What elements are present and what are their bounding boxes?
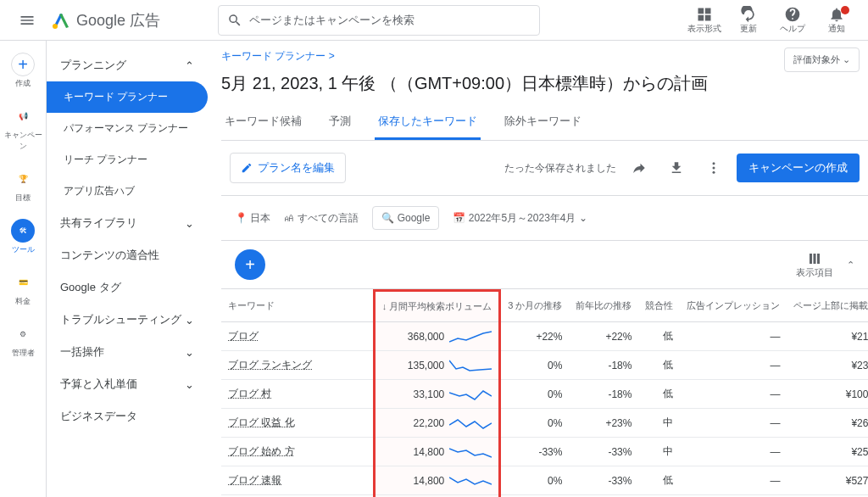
impressions-value: — bbox=[680, 438, 787, 466]
table-row[interactable]: ブログ 368,000 +22% +22% 低 — ¥21 ¥585 bbox=[221, 322, 868, 351]
download-button[interactable] bbox=[662, 154, 691, 182]
volume-value: 368,000 bbox=[408, 331, 444, 343]
chevron-down-icon: ⌄ bbox=[185, 217, 194, 230]
trend-3m-value: 0% bbox=[500, 466, 570, 495]
sidenav-reach-planner[interactable]: リーチ プランナー bbox=[47, 144, 208, 176]
leftbar-campaigns[interactable]: 📢キャンペーン bbox=[2, 99, 44, 157]
evaluation-filter[interactable]: 評価対象外 ⌄ bbox=[784, 47, 860, 72]
megaphone-icon: 📢 bbox=[11, 104, 35, 128]
sidenav-performance-planner[interactable]: パフォーマンス プランナー bbox=[47, 113, 208, 144]
col-trend-yoy[interactable]: 前年比の推移 bbox=[569, 291, 638, 322]
trend-yoy-value: -18% bbox=[569, 380, 638, 409]
competition-value: 低 bbox=[638, 380, 680, 409]
bid-low-value: ¥527 bbox=[787, 466, 868, 495]
notification-badge bbox=[841, 6, 849, 14]
daterange-filter[interactable]: 📅 2022年5月～2023年4月 ⌄ bbox=[453, 211, 587, 226]
svg-point-2 bbox=[713, 167, 715, 170]
bid-low-value: ¥21 bbox=[787, 322, 868, 351]
tab-saved[interactable]: 保存したキーワード bbox=[375, 105, 481, 140]
chevron-up-icon: ⌃ bbox=[185, 59, 194, 72]
main-menu-button[interactable] bbox=[10, 3, 44, 37]
leftbar-billing[interactable]: 💳料金 bbox=[2, 265, 44, 312]
edit-plan-button[interactable]: プラン名を編集 bbox=[230, 153, 346, 183]
keyword-link[interactable]: ブログ ランキング bbox=[228, 359, 312, 371]
card-icon: 💳 bbox=[11, 271, 35, 294]
trend-3m-value: 0% bbox=[500, 409, 570, 438]
chevron-down-icon: ⌄ bbox=[185, 378, 194, 391]
network-filter[interactable]: 🔍 Google bbox=[372, 206, 440, 230]
more-button[interactable] bbox=[699, 154, 728, 182]
help-icon bbox=[784, 6, 801, 23]
competition-value: 中 bbox=[638, 438, 680, 466]
impressions-value: — bbox=[680, 466, 787, 495]
add-keyword-button[interactable]: + bbox=[235, 249, 265, 280]
leftbar-admin[interactable]: ⚙管理者 bbox=[2, 317, 44, 364]
sidenav-bulk[interactable]: 一括操作⌄ bbox=[47, 336, 208, 368]
competition-value: 低 bbox=[638, 466, 680, 495]
pencil-icon bbox=[241, 162, 253, 174]
trend-yoy-value: +22% bbox=[569, 322, 638, 351]
table-row[interactable]: ブログ ランキング 135,000 0% -18% 低 — ¥23 ¥414 bbox=[221, 351, 868, 380]
leftbar-goals[interactable]: 🏆目標 bbox=[2, 162, 44, 209]
search-input[interactable]: ページまたはキャンペーンを検索 bbox=[218, 5, 540, 36]
trophy-icon: 🏆 bbox=[11, 167, 35, 191]
expand-toggle[interactable]: ⌃ bbox=[847, 260, 854, 271]
chevron-down-icon: ⌄ bbox=[185, 346, 194, 359]
refresh-button[interactable]: 更新 bbox=[727, 6, 770, 35]
share-button[interactable] bbox=[625, 154, 654, 182]
keyword-link[interactable]: ブログ bbox=[228, 330, 259, 342]
leftbar-create[interactable]: +作成 bbox=[2, 47, 44, 94]
sparkline-icon bbox=[449, 388, 492, 401]
impressions-value: — bbox=[680, 322, 787, 351]
notifications-button[interactable]: 通知 bbox=[815, 6, 858, 35]
col-top-low[interactable]: ページ上部に掲載 bbox=[787, 291, 868, 322]
col-competition[interactable]: 競合性 bbox=[638, 291, 680, 322]
create-campaign-button[interactable]: キャンペーンの作成 bbox=[737, 154, 860, 182]
col-keyword[interactable]: キーワード bbox=[221, 291, 374, 322]
sidenav-bizdata[interactable]: ビジネスデータ bbox=[47, 400, 208, 433]
table-row[interactable]: ブログ 収益 化 22,200 0% +23% 中 — ¥26 ¥115 bbox=[221, 409, 868, 438]
col-impressions[interactable]: 広告インプレッション bbox=[680, 291, 787, 322]
competition-value: 低 bbox=[638, 322, 680, 351]
layout-icon bbox=[696, 6, 713, 23]
table-row[interactable]: ブログ 村 33,100 0% -18% 低 — ¥100 ¥769 bbox=[221, 380, 868, 409]
svg-point-0 bbox=[53, 24, 58, 29]
trend-yoy-value: -33% bbox=[569, 438, 638, 466]
column-options[interactable]: 表示項目 ⌃ bbox=[796, 251, 854, 279]
tab-candidates[interactable]: キーワード候補 bbox=[221, 105, 305, 140]
sidenav-troubleshoot[interactable]: トラブルシューティング⌄ bbox=[47, 304, 208, 336]
keyword-link[interactable]: ブログ 始め 方 bbox=[228, 445, 295, 457]
bid-low-value: ¥23 bbox=[787, 351, 868, 380]
tab-forecast[interactable]: 予測 bbox=[326, 105, 354, 140]
columns-icon bbox=[807, 251, 822, 266]
app-logo: Google 広告 bbox=[51, 10, 160, 31]
table-row[interactable]: ブログ 始め 方 14,800 -33% -33% 中 — ¥25 ¥127 bbox=[221, 438, 868, 466]
display-mode-button[interactable]: 表示形式 bbox=[683, 6, 726, 35]
svg-point-1 bbox=[713, 162, 715, 165]
col-volume[interactable]: ↓ 月間平均検索ボリューム bbox=[374, 291, 500, 322]
sidenav-shared-library[interactable]: 共有ライブラリ⌄ bbox=[47, 207, 208, 239]
breadcrumb[interactable]: キーワード プランナー > bbox=[221, 47, 868, 65]
keyword-link[interactable]: ブログ 速報 bbox=[228, 474, 281, 486]
sidenav-keyword-planner[interactable]: キーワード プランナー bbox=[47, 81, 208, 113]
sidenav-budget[interactable]: 予算と入札単価⌄ bbox=[47, 368, 208, 400]
col-trend-3m[interactable]: 3 か月の推移 bbox=[500, 291, 570, 322]
help-button[interactable]: ヘルプ bbox=[771, 6, 814, 35]
table-row[interactable]: ブログ 速報 14,800 0% -33% 低 — ¥527 ¥751 bbox=[221, 466, 868, 495]
trend-yoy-value: +23% bbox=[569, 409, 638, 438]
keyword-link[interactable]: ブログ 村 bbox=[228, 388, 271, 399]
svg-point-3 bbox=[713, 171, 715, 174]
sidenav-gtag[interactable]: Google タグ bbox=[47, 271, 208, 304]
keyword-link[interactable]: ブログ 収益 化 bbox=[228, 416, 295, 428]
sidenav-suitability[interactable]: コンテンツの適合性 bbox=[47, 239, 208, 271]
leftbar-tools[interactable]: 🛠ツール bbox=[2, 214, 44, 260]
sidenav-planning[interactable]: プランニング⌃ bbox=[47, 49, 208, 81]
trend-3m-value: +22% bbox=[500, 322, 570, 351]
language-filter[interactable]: 🗚 すべての言語 bbox=[284, 211, 358, 226]
sidenav-app-hub[interactable]: アプリ広告ハブ bbox=[47, 176, 208, 207]
logo-text: Google 広告 bbox=[76, 10, 160, 31]
location-filter[interactable]: 📍 日本 bbox=[235, 211, 270, 226]
impressions-value: — bbox=[680, 409, 787, 438]
tab-negative[interactable]: 除外キーワード bbox=[501, 105, 585, 140]
volume-value: 135,000 bbox=[408, 360, 444, 371]
